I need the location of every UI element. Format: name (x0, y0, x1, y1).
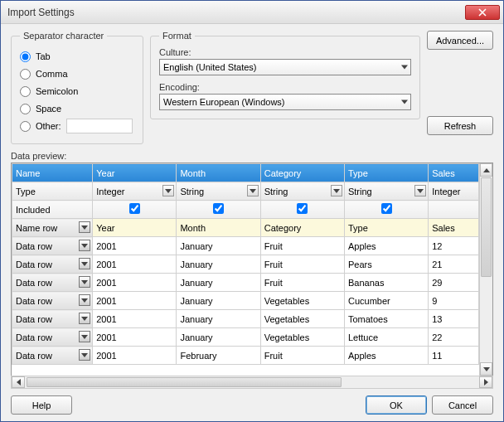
included-cell-2[interactable] (177, 201, 260, 219)
data-cell[interactable]: Bananas (344, 274, 428, 292)
chevron-down-icon[interactable] (79, 240, 90, 251)
data-cell[interactable]: January (177, 310, 260, 328)
chevron-down-icon[interactable] (79, 349, 90, 361)
type-cell-5[interactable]: Integer (429, 182, 479, 201)
included-cell-1[interactable] (93, 201, 177, 219)
chevron-down-icon[interactable] (79, 313, 90, 324)
data-cell[interactable]: Vegetables (260, 310, 344, 328)
data-cell[interactable]: 2001 (93, 237, 177, 255)
radio-other[interactable]: Other: (20, 118, 134, 134)
data-cell[interactable]: Fruit (260, 255, 344, 274)
included-checkbox-3[interactable] (297, 203, 308, 214)
cancel-button[interactable]: Cancel (432, 395, 493, 415)
scroll-down-button[interactable] (480, 362, 492, 376)
radio-tab[interactable]: Tab (20, 48, 134, 65)
vertical-scrollbar[interactable] (479, 163, 492, 376)
data-cell[interactable]: Cucumber (344, 292, 428, 310)
data-cell[interactable]: February (177, 347, 260, 365)
data-cell[interactable]: Fruit (260, 237, 344, 255)
data-cell[interactable]: January (177, 328, 260, 347)
type-cell-1[interactable]: Integer (93, 182, 177, 201)
data-cell[interactable]: Apples (344, 347, 428, 365)
scroll-right-button[interactable] (479, 376, 492, 388)
data-cell[interactable]: 21 (429, 255, 479, 274)
included-cell-5[interactable] (429, 201, 479, 219)
radio-other-input[interactable] (20, 121, 31, 132)
hscroll-track[interactable] (25, 376, 479, 388)
close-button[interactable] (465, 5, 500, 20)
data-cell[interactable]: 29 (429, 274, 479, 292)
chevron-down-icon[interactable] (79, 276, 90, 288)
data-cell[interactable]: 2001 (93, 255, 177, 274)
advanced-button[interactable]: Advanced... (427, 31, 493, 50)
chevron-down-icon[interactable] (331, 185, 342, 196)
data-cell[interactable]: 12 (429, 237, 479, 255)
data-cell[interactable]: Sales (429, 219, 479, 237)
col-header-5[interactable]: Sales (429, 164, 479, 182)
included-checkbox-2[interactable] (213, 203, 224, 214)
type-cell-2[interactable]: String (177, 182, 260, 201)
data-cell[interactable]: Category (260, 219, 344, 237)
data-cell[interactable]: January (177, 274, 260, 292)
other-separator-input[interactable] (66, 119, 133, 133)
radio-semicolon[interactable]: Semicolon (20, 83, 134, 99)
help-button[interactable]: Help (11, 395, 72, 415)
data-cell[interactable]: January (177, 237, 260, 255)
data-cell[interactable]: Vegetables (260, 328, 344, 347)
data-cell[interactable]: 22 (429, 328, 479, 347)
data-cell[interactable]: Lettuce (344, 328, 428, 347)
vscroll-thumb[interactable] (481, 177, 492, 277)
data-cell[interactable]: Pears (344, 255, 428, 274)
chevron-down-icon[interactable] (414, 185, 426, 196)
rowtype-cell[interactable]: Data row (12, 255, 93, 274)
chevron-down-icon[interactable] (79, 221, 90, 233)
rowtype-cell[interactable]: Data row (12, 292, 93, 310)
scroll-up-button[interactable] (480, 163, 492, 177)
radio-space[interactable]: Space (20, 100, 134, 117)
type-cell-4[interactable]: String (344, 182, 428, 201)
type-cell-3[interactable]: String (260, 182, 344, 201)
col-header-0[interactable]: Name (12, 164, 93, 182)
culture-combo[interactable]: English (United States) (159, 59, 411, 75)
data-cell[interactable]: 2001 (93, 328, 177, 347)
data-cell[interactable]: January (177, 292, 260, 310)
ok-button[interactable]: OK (366, 395, 427, 415)
data-cell[interactable]: Fruit (260, 347, 344, 365)
rowtype-cell[interactable]: Data row (12, 274, 93, 292)
chevron-down-icon[interactable] (79, 331, 90, 342)
chevron-down-icon[interactable] (79, 258, 90, 269)
radio-semicolon-input[interactable] (20, 86, 31, 97)
data-cell[interactable]: Tomatoes (344, 310, 428, 328)
data-cell[interactable]: Fruit (260, 274, 344, 292)
horizontal-scrollbar[interactable] (11, 376, 493, 389)
data-cell[interactable]: Month (177, 219, 260, 237)
radio-comma[interactable]: Comma (20, 65, 134, 82)
chevron-down-icon[interactable] (162, 185, 174, 196)
data-cell[interactable]: Apples (344, 237, 428, 255)
included-checkbox-1[interactable] (129, 203, 140, 214)
data-cell[interactable]: 2001 (93, 347, 177, 365)
data-cell[interactable]: 2001 (93, 274, 177, 292)
data-cell[interactable]: January (177, 255, 260, 274)
included-cell-3[interactable] (260, 201, 344, 219)
col-header-1[interactable]: Year (93, 164, 177, 182)
rowtype-cell[interactable]: Data row (12, 347, 93, 365)
hscroll-thumb[interactable] (27, 377, 342, 387)
data-cell[interactable]: 2001 (93, 310, 177, 328)
col-header-3[interactable]: Category (260, 164, 344, 182)
encoding-combo[interactable]: Western European (Windows) (159, 94, 411, 110)
rowtype-cell[interactable]: Data row (12, 237, 93, 255)
col-header-2[interactable]: Month (177, 164, 260, 182)
data-cell[interactable]: Type (344, 219, 428, 237)
rowtype-cell[interactable]: Name row (12, 219, 93, 237)
data-cell[interactable]: Year (93, 219, 177, 237)
rowtype-cell[interactable]: Data row (12, 328, 93, 347)
included-checkbox-4[interactable] (381, 203, 392, 214)
scroll-left-button[interactable] (12, 376, 25, 388)
radio-space-input[interactable] (20, 104, 31, 114)
col-header-4[interactable]: Type (344, 164, 428, 182)
refresh-button[interactable]: Refresh (427, 116, 493, 135)
data-cell[interactable]: 11 (429, 347, 479, 365)
data-cell[interactable]: 9 (429, 292, 479, 310)
chevron-down-icon[interactable] (247, 185, 259, 196)
